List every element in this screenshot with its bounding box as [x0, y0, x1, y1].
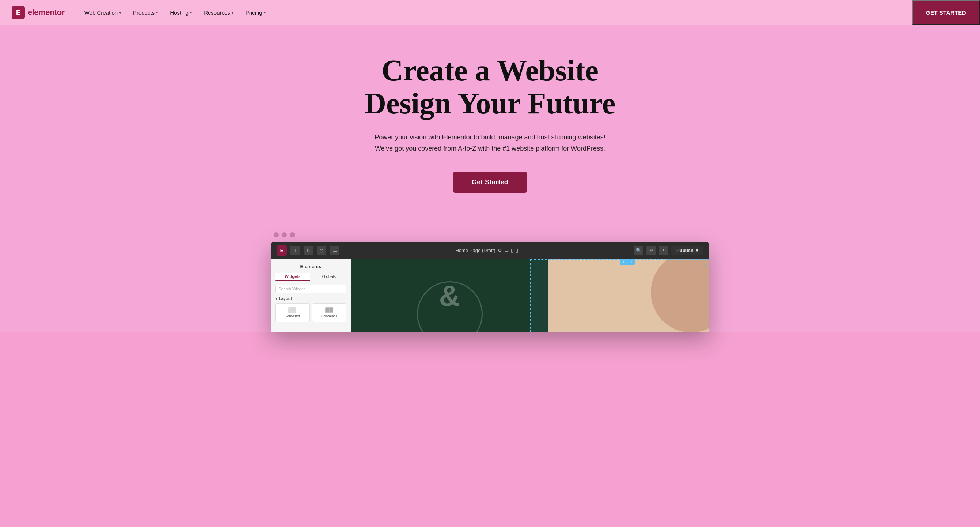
toolbar-left: E + ⇅ ⊙ ☁ — [277, 245, 339, 256]
nav-links: Web Creation ▾ Products ▾ Hosting ▾ Reso… — [79, 6, 941, 19]
tablet-icon[interactable]: ▯ — [511, 248, 513, 253]
sidebar-tabs: Widgets Globals — [275, 273, 347, 281]
nav-right: LOGIN GET STARTED — [941, 6, 968, 19]
chevron-down-icon: ▾ — [190, 10, 192, 15]
chevron-down-icon: ▾ — [264, 10, 266, 15]
canvas-right-panel: ⤢ — [548, 259, 709, 332]
chevron-down-icon: ▾ — [275, 296, 277, 301]
sidebar-tab-globals[interactable]: Globals — [312, 273, 347, 281]
widget-item-container[interactable]: Container — [275, 303, 310, 322]
widget-item-inner-container[interactable]: Container — [312, 303, 347, 322]
browser-dots — [271, 232, 709, 242]
history-toolbar-button[interactable]: ↩ — [646, 246, 656, 255]
nav-item-pricing[interactable]: Pricing ▾ — [240, 6, 271, 19]
chevron-down-icon: ▾ — [232, 10, 234, 15]
chevron-down-icon: ▾ — [119, 10, 121, 15]
logo-icon: E — [12, 6, 25, 19]
settings-icon: ⚙ — [498, 248, 502, 253]
toolbar-right: 🔍 ↩ 👁 Publish ▾ — [634, 246, 703, 255]
expand-icon[interactable]: ⤢ — [702, 262, 706, 269]
sidebar-title: Elements — [275, 264, 347, 269]
get-started-nav-button[interactable]: GET STARTED — [912, 0, 980, 25]
preview-toolbar-button[interactable]: 👁 — [659, 246, 668, 255]
sidebar-search-input[interactable]: Search Widget... — [275, 284, 347, 293]
widget-inner-icon — [325, 307, 333, 313]
dot-red — [274, 232, 279, 237]
chevron-down-icon: ▾ — [156, 10, 158, 15]
browser-section: E + ⇅ ⊙ ☁ Home Page (Draft) ⚙ ▭ ▯ ▯ 🔍 ↩ … — [0, 215, 980, 332]
browser-wrap: E + ⇅ ⊙ ☁ Home Page (Draft) ⚙ ▭ ▯ ▯ 🔍 ↩ … — [271, 232, 709, 332]
sidebar-tab-widgets[interactable]: Widgets — [275, 273, 310, 281]
navbar: E elementor Web Creation ▾ Products ▾ Ho… — [0, 0, 980, 25]
nav-item-resources[interactable]: Resources ▾ — [199, 6, 239, 19]
elementor-toolbar-icon: E — [277, 245, 287, 256]
browser-body: Elements Widgets Globals Search Widget..… — [271, 259, 709, 332]
dot-yellow — [282, 232, 287, 237]
nav-item-hosting[interactable]: Hosting ▾ — [165, 6, 197, 19]
sidebar-widget-grid: Container Container — [275, 303, 347, 322]
mobile-icon[interactable]: ▯ — [515, 248, 518, 253]
canvas-left-panel: & — [351, 259, 548, 332]
search-toolbar-button[interactable]: 🔍 — [634, 246, 643, 255]
toolbar-history-button[interactable]: ⇅ — [304, 246, 313, 255]
canvas-inner: & ⤢ — [351, 259, 709, 332]
widget-container-icon — [288, 307, 296, 313]
sidebar-section-layout: ▾ Layout — [275, 296, 347, 301]
nav-item-web-creation[interactable]: Web Creation ▾ — [79, 6, 126, 19]
toolbar-comment-button[interactable]: ☁ — [330, 246, 339, 255]
dot-green — [290, 232, 295, 237]
publish-button[interactable]: Publish ▾ — [671, 246, 703, 254]
hero-subtitle: Power your vision with Elementor to buil… — [366, 132, 614, 154]
chevron-down-icon: ▾ — [696, 248, 698, 253]
nav-item-products[interactable]: Products ▾ — [128, 6, 163, 19]
toolbar-settings-button[interactable]: ⊙ — [317, 246, 326, 255]
toolbar-center: Home Page (Draft) ⚙ ▭ ▯ ▯ — [455, 248, 518, 253]
browser-window: E + ⇅ ⊙ ☁ Home Page (Draft) ⚙ ▭ ▯ ▯ 🔍 ↩ … — [271, 242, 709, 332]
hero-title: Create a Website Design Your Future — [326, 54, 654, 120]
toolbar-add-button[interactable]: + — [291, 246, 300, 255]
hero-section: Create a Website Design Your Future Powe… — [0, 25, 980, 215]
editor-canvas[interactable]: & ⤢ ✕ ⠿ + — [351, 259, 709, 332]
editor-sidebar: Elements Widgets Globals Search Widget..… — [271, 259, 351, 332]
canvas-arc-shape — [651, 259, 709, 332]
desktop-icon[interactable]: ▭ — [504, 248, 509, 253]
browser-toolbar: E + ⇅ ⊙ ☁ Home Page (Draft) ⚙ ▭ ▯ ▯ 🔍 ↩ … — [271, 242, 709, 259]
hero-cta-button[interactable]: Get Started — [453, 172, 527, 193]
logo-text: elementor — [28, 8, 65, 17]
logo[interactable]: E elementor — [12, 6, 65, 19]
